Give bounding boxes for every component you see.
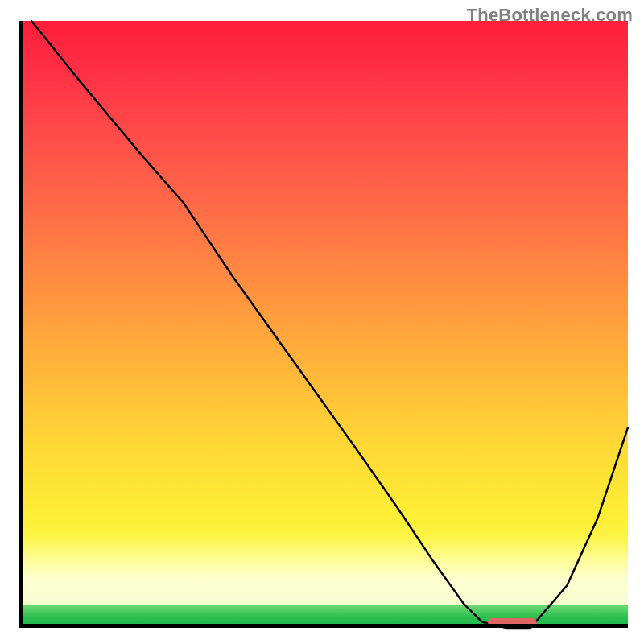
watermark-text: TheBottleneck.com bbox=[467, 5, 633, 26]
chart-svg bbox=[19, 21, 628, 628]
bottleneck-curve bbox=[31, 21, 628, 628]
result-marker bbox=[488, 618, 537, 627]
